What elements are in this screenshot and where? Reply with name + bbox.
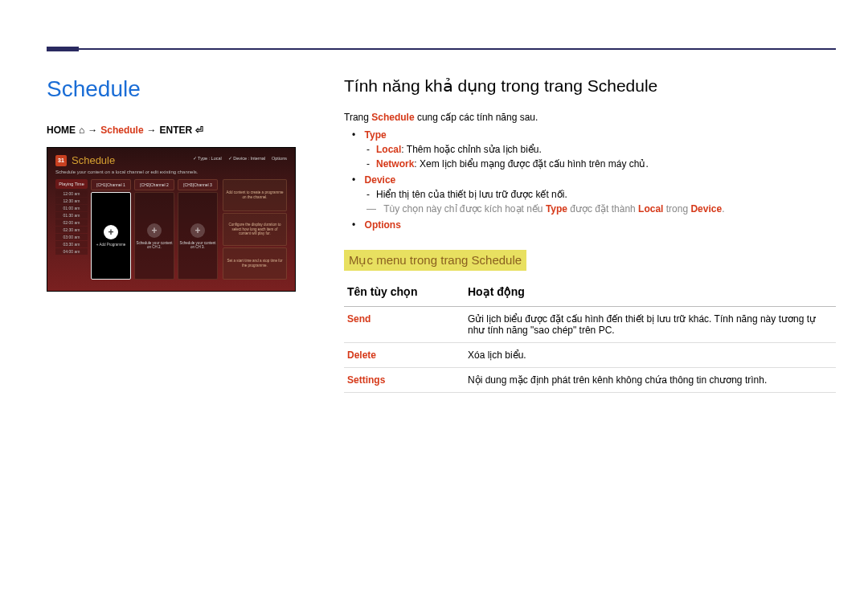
sc-time-header: Playing Time	[55, 179, 88, 189]
page-container: Schedule HOME ⌂ → Schedule → ENTER ⏎ 31 …	[0, 0, 868, 393]
device-note: Tùy chọn này chỉ được kích hoạt nếu Type…	[366, 203, 836, 215]
breadcrumb-schedule: Schedule	[100, 125, 143, 136]
sc-channel-1[interactable]: [CH1]Channel 1 + + Add Programme	[91, 179, 131, 280]
sc-ch3-header: [CH3]Channel 3	[178, 179, 218, 190]
sc-time-row: 02:00 am	[55, 219, 88, 226]
table-row: Settings Nội dung mặc định phát trên kên…	[344, 368, 836, 393]
sc-ch2-header: [CH2]Channel 2	[134, 179, 174, 190]
sc-time-row: 01:00 am	[55, 205, 88, 211]
sc-time-row: 04:00 am	[55, 248, 88, 255]
table-row: Send Gửi lịch biểu được đặt cấu hình đến…	[344, 307, 836, 343]
opt-delete: Delete	[344, 343, 465, 368]
intro-text: Trang Schedule cung cấp các tính năng sa…	[344, 112, 836, 123]
sc-ch1-label: + Add Programme	[96, 243, 125, 247]
sc-time-row: 01:30 am	[55, 212, 88, 219]
enter-icon: ⏎	[195, 125, 203, 136]
feature-device: Device Hiển thị tên của thiết bị lưu trữ…	[352, 174, 836, 215]
sc-time-row: 03:00 am	[55, 234, 88, 240]
sc-time-row: 03:30 am	[55, 241, 88, 247]
opt-settings: Settings	[344, 368, 465, 393]
sc-hint-3: Set a start time and a stop time for the…	[223, 247, 287, 280]
th-name: Tên tùy chọn	[344, 280, 465, 307]
sc-ch2-label: Schedule your content on CH 2.	[135, 241, 174, 249]
breadcrumb-home: HOME	[47, 125, 76, 136]
breadcrumb-arrow: →	[147, 125, 157, 136]
section-header: Mục menu trong trang Schedule	[344, 250, 526, 271]
opt-settings-desc: Nội dung mặc định phát trên kênh không c…	[465, 368, 836, 393]
sc-hint-1: Add content to create a programme on the…	[223, 179, 287, 211]
feature-options: Options	[352, 219, 836, 231]
calendar-icon: 31	[55, 155, 67, 166]
breadcrumb-enter: ENTER	[160, 125, 193, 136]
opt-send: Send	[344, 307, 465, 343]
options-table: Tên tùy chọn Hoạt động Send Gửi lịch biể…	[344, 280, 836, 393]
left-column: Schedule HOME ⌂ → Schedule → ENTER ⏎ 31 …	[47, 76, 320, 393]
sc-type-selector[interactable]: ✓ Type : Local	[193, 156, 222, 161]
plus-icon[interactable]: +	[104, 225, 118, 239]
sc-hint-2: Configure the display duration to select…	[223, 213, 287, 245]
feature-type: Type Local: Thêm hoặc chỉnh sửa lịch biể…	[352, 129, 836, 170]
type-network: Network: Xem lịch biểu mạng được đặt cấu…	[366, 158, 836, 170]
top-divider	[47, 48, 836, 50]
page-title: Schedule	[47, 76, 320, 102]
sc-side-hints: Add content to create a programme on the…	[223, 179, 287, 280]
sc-top-controls: ✓ Type : Local ✓ Device : Internal Optio…	[193, 156, 287, 161]
plus-icon[interactable]: +	[190, 223, 205, 238]
type-local: Local: Thêm hoặc chỉnh sửa lịch biểu.	[366, 144, 836, 155]
table-row: Delete Xóa lịch biểu.	[344, 343, 836, 368]
sc-time-row: 02:30 am	[55, 227, 88, 233]
th-action: Hoạt động	[465, 280, 836, 307]
breadcrumb: HOME ⌂ → Schedule → ENTER ⏎	[47, 125, 320, 136]
breadcrumb-arrow: →	[88, 125, 97, 136]
sc-time-column: Playing Time 12:00 am 12:30 am 01:00 am …	[55, 179, 88, 280]
opt-send-desc: Gửi lịch biểu được đặt cấu hình đến thiế…	[465, 307, 836, 343]
right-title: Tính năng khả dụng trong trang Schedule	[344, 76, 836, 96]
feature-list: Type Local: Thêm hoặc chỉnh sửa lịch biể…	[352, 129, 836, 231]
sc-options[interactable]: Options	[272, 156, 287, 161]
device-desc: Hiển thị tên của thiết bị lưu trữ được k…	[366, 189, 836, 200]
sc-ch1-header: [CH1]Channel 1	[91, 179, 131, 190]
right-column: Tính năng khả dụng trong trang Schedule …	[344, 76, 836, 393]
sc-title: Schedule	[72, 154, 115, 166]
sc-channel-3[interactable]: [CH3]Channel 3 + Schedule your content o…	[178, 179, 218, 280]
sc-channel-2[interactable]: [CH2]Channel 2 + Schedule your content o…	[134, 179, 174, 280]
tv-screenshot: 31 Schedule ✓ Type : Local ✓ Device : In…	[47, 147, 296, 292]
opt-delete-desc: Xóa lịch biểu.	[465, 343, 836, 368]
sc-time-row: 12:30 am	[55, 198, 88, 204]
sc-device-selector[interactable]: ✓ Device : Internal	[228, 156, 265, 161]
sc-ch3-label: Schedule your content on CH 3.	[178, 241, 217, 249]
sc-body: Playing Time 12:00 am 12:30 am 01:00 am …	[55, 179, 287, 280]
plus-icon[interactable]: +	[147, 223, 162, 238]
sc-subtitle: Schedule your content on a local channel…	[55, 170, 287, 174]
home-icon: ⌂	[79, 125, 84, 136]
note-icon	[366, 203, 381, 215]
sc-time-row: 12:00 am	[55, 190, 88, 197]
